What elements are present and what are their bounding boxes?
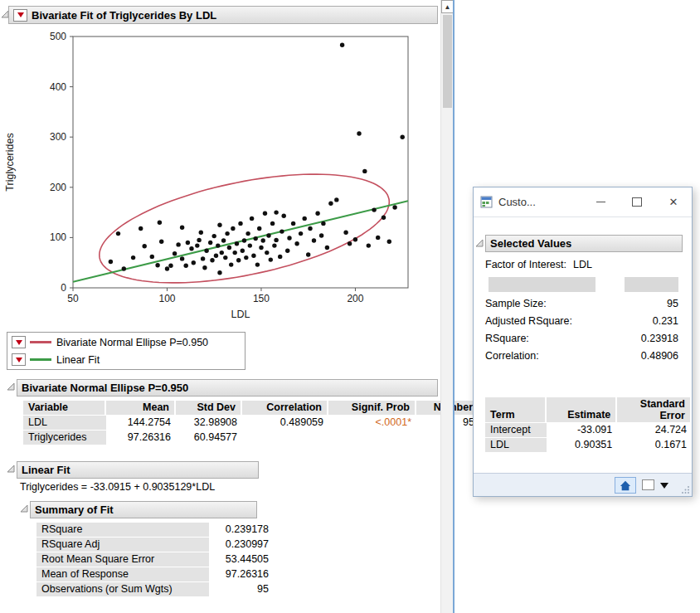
svg-text:200: 200: [50, 182, 66, 193]
column-header: Variable: [23, 401, 106, 415]
summary-table: RSquare 0.239178 RSquare Adj 0.230997 Ro…: [36, 522, 274, 596]
disclosure-triangle-icon[interactable]: [20, 504, 28, 513]
legend-swatch: [30, 358, 51, 361]
dock-checkbox[interactable]: [642, 479, 654, 490]
svg-text:500: 500: [50, 31, 66, 42]
column-header: Mean: [106, 401, 176, 415]
stat-value: 0.48906: [641, 350, 678, 362]
stat-label: Sample Size:: [485, 298, 547, 309]
report-vertical-scrollbar[interactable]: ▲: [440, 0, 453, 613]
table-cell-significance: <.0001*: [328, 415, 416, 430]
section-header-summary: Summary of Fit: [30, 501, 257, 518]
table-cell: -33.091: [547, 422, 618, 437]
window-icon: [480, 196, 493, 208]
home-icon: [620, 480, 631, 491]
summary-label: Mean of Response: [36, 567, 209, 581]
section-title: Selected Values: [490, 237, 571, 250]
row-header: Intercept: [485, 422, 547, 437]
legend-swatch: [30, 341, 51, 343]
stat-row: Correlation: 0.48906: [485, 350, 678, 362]
scatter-plot-svg: 010020030040050050100150200Triglycerides…: [0, 25, 440, 325]
summary-label: RSquare Adj: [36, 537, 209, 552]
home-button[interactable]: [615, 477, 636, 494]
minimize-icon: [596, 202, 605, 202]
resize-grip[interactable]: [681, 485, 690, 494]
dropdown-arrow-icon[interactable]: [660, 483, 668, 489]
scatter-plot[interactable]: 010020030040050050100150200Triglycerides…: [0, 25, 440, 325]
ellipse-stats-table: Variable Mean Std Dev Correlation Signif…: [23, 401, 479, 445]
summary-value: 97.26316: [209, 567, 274, 581]
table-cell: [242, 430, 328, 445]
table-row: Intercept -33.091 24.724: [485, 422, 692, 437]
value-list-box[interactable]: [625, 277, 678, 292]
red-triangle-menu-icon[interactable]: [13, 9, 27, 22]
svg-text:Triglycerides: Triglycerides: [4, 133, 16, 191]
factor-list-box[interactable]: [489, 277, 595, 292]
section-header-ellipse: Bivariate Normal Ellipse P=0.950: [17, 379, 438, 397]
svg-text:400: 400: [50, 81, 66, 93]
summary-label: Observations (or Sum Wgts): [36, 581, 209, 596]
stat-row: Adjusted RSquare: 0.231: [485, 315, 678, 327]
window-border-line: [453, 0, 455, 613]
maximize-icon: [632, 197, 642, 207]
factor-of-interest-value: LDL: [573, 259, 592, 270]
table-row: Mean of Response 97.26316: [36, 567, 274, 581]
section-title: Linear Fit: [22, 464, 70, 476]
legend-label: Linear Fit: [56, 354, 100, 366]
stat-label: RSquare:: [485, 333, 529, 344]
window-title-bar[interactable]: Custo... ✕: [474, 187, 692, 217]
table-cell: 60.94577: [176, 430, 242, 445]
table-cell: 32.98908: [176, 415, 242, 430]
svg-text:100: 100: [158, 293, 175, 304]
row-header: LDL: [485, 437, 547, 452]
svg-text:50: 50: [67, 293, 79, 304]
svg-text:0: 0: [61, 282, 66, 294]
maximize-button[interactable]: [619, 187, 655, 217]
column-header: Correlation: [242, 401, 328, 415]
summary-value: 53.44505: [209, 552, 274, 567]
svg-text:300: 300: [50, 131, 66, 143]
summary-label: RSquare: [36, 522, 209, 537]
report-title-bar: Bivariate Fit of Triglycerides By LDL: [8, 6, 438, 24]
window-status-bar: [474, 473, 692, 496]
table-cell: [328, 430, 416, 445]
summary-value: 0.239178: [209, 522, 274, 537]
table-row: RSquare 0.239178: [36, 522, 274, 537]
disclosure-triangle-icon[interactable]: [475, 239, 484, 247]
table-row: Observations (or Sum Wgts) 95: [36, 581, 274, 596]
section-header-selected-values: Selected Values: [485, 235, 683, 252]
svg-text:200: 200: [347, 293, 363, 304]
column-header: Estimate: [547, 397, 618, 422]
table-cell: 144.2754: [106, 415, 176, 430]
report-title: Bivariate Fit of Triglycerides By LDL: [32, 9, 216, 22]
svg-text:LDL: LDL: [231, 309, 250, 320]
red-triangle-menu-icon[interactable]: [12, 353, 26, 366]
svg-text:100: 100: [50, 231, 66, 243]
stat-label: Correlation:: [485, 350, 539, 362]
minimize-button[interactable]: [582, 187, 619, 217]
table-row: RSquare Adj 0.230997: [36, 537, 274, 552]
scrollbar-thumb[interactable]: [443, 15, 452, 108]
table-cell: 97.26316: [106, 430, 176, 445]
table-header-row: Variable Mean Std Dev Correlation Signif…: [23, 401, 479, 415]
stat-value: 0.23918: [641, 333, 678, 344]
stat-value: 95: [667, 298, 678, 309]
column-header: Signif. Prob: [328, 401, 416, 415]
screen: Bivariate Fit of Triglycerides By LDL 01…: [0, 0, 700, 613]
red-triangle-glyph: [16, 340, 22, 345]
svg-text:150: 150: [253, 293, 270, 304]
disclosure-triangle-icon[interactable]: [7, 465, 15, 473]
table-cell: 24.724: [617, 422, 692, 437]
disclosure-triangle-icon[interactable]: [7, 382, 15, 391]
table-cell: 0.90351: [547, 437, 618, 452]
factor-of-interest-label: Factor of Interest:: [485, 259, 566, 270]
column-header: Term: [485, 397, 547, 422]
red-triangle-glyph: [16, 358, 22, 362]
close-button[interactable]: ✕: [655, 187, 692, 217]
summary-value: 0.230997: [209, 537, 274, 552]
scroll-up-button[interactable]: ▲: [441, 0, 454, 13]
window-title: Custo...: [498, 196, 582, 208]
red-triangle-menu-icon[interactable]: [12, 336, 26, 348]
red-triangle-glyph: [17, 12, 24, 17]
table-row: LDL 144.2754 32.98908 0.489059 <.0001* 9…: [23, 415, 479, 430]
